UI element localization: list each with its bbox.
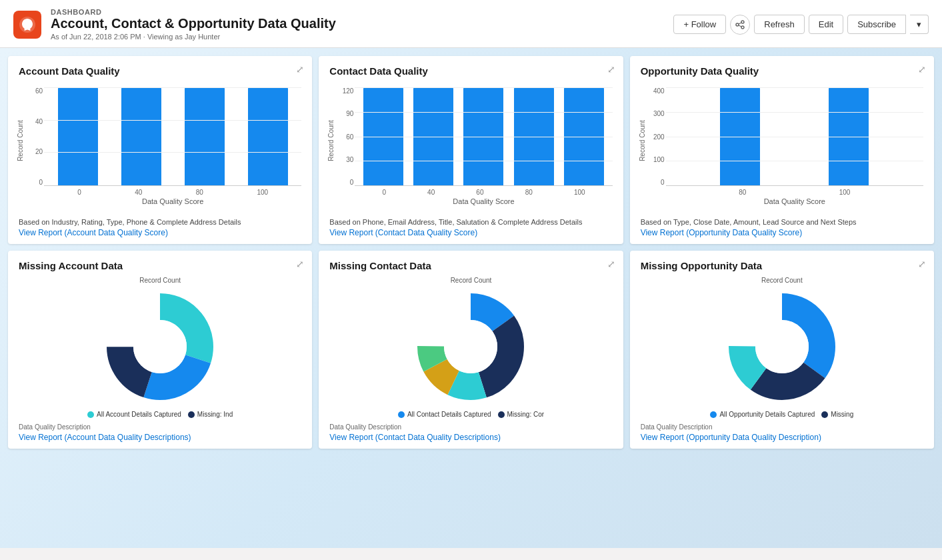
missing-contact-data-card: Missing Contact Data ⤢ Record Count All	[319, 251, 623, 449]
opp-y-ticks: 400 300 200 100 0	[641, 87, 665, 186]
header-subtitle: As of Jun 22, 2018 2:06 PM · Viewing as …	[51, 33, 336, 41]
account-chart-area	[44, 87, 301, 186]
account-dq-expand[interactable]: ⤢	[296, 64, 304, 75]
missing-account-donut-section: Record Count All Account Details Capture…	[19, 277, 301, 418]
missing-account-footer-label: Data Quality Description	[19, 423, 301, 431]
opp-dq-footer: Based on Type, Close Date, Amount, Lead …	[641, 218, 923, 226]
svg-point-1	[741, 21, 744, 23]
contact-chart-area	[355, 87, 612, 186]
missing-opportunity-data-card: Missing Opportunity Data ⤢ Record Count …	[630, 251, 934, 449]
account-x-ticks: 0 40 80 100	[44, 186, 301, 196]
legend-item: Missing: Cor	[498, 411, 545, 418]
missing-opportunity-donut-section: Record Count All Opportunity Details Cap…	[641, 277, 923, 418]
header-title-block: DASHBOARD Account, Contact & Opportunity…	[51, 8, 336, 41]
contact-dq-link[interactable]: View Report (Contact Data Quality Score)	[329, 228, 612, 237]
dashboard: Account Data Quality ⤢ Record Count 60 4…	[0, 48, 942, 548]
account-dq-title: Account Data Quality	[19, 65, 301, 77]
missing-opportunity-title: Missing Opportunity Data	[641, 260, 923, 271]
opportunity-dq-title: Opportunity Data Quality	[641, 65, 923, 77]
app-icon	[13, 11, 41, 39]
subscribe-button[interactable]: Subscribe	[847, 15, 906, 34]
account-dq-chart: Record Count 60 40 20 0	[19, 81, 301, 214]
opp-x-ticks: 80 100	[666, 186, 923, 196]
svg-line-5	[739, 25, 741, 27]
contact-dq-title: Contact Data Quality	[329, 65, 612, 77]
account-x-label: Data Quality Score	[44, 197, 301, 205]
header-left: DASHBOARD Account, Contact & Opportunity…	[13, 8, 336, 41]
follow-button[interactable]: + Follow	[673, 15, 726, 34]
account-dq-footer: Based on Industry, Rating, Type, Phone &…	[19, 218, 301, 226]
missing-account-title: Missing Account Data	[19, 260, 301, 271]
header-actions: + Follow Refresh Edit Subscribe ▾	[673, 15, 929, 35]
svg-point-9	[133, 320, 187, 373]
legend-item: All Opportunity Details Captured	[710, 411, 815, 418]
opp-dq-link[interactable]: View Report (Opportunity Data Quality Sc…	[641, 228, 923, 237]
missing-contact-footer-label: Data Quality Description	[329, 423, 612, 431]
opportunity-dq-expand[interactable]: ⤢	[918, 64, 926, 75]
edit-button[interactable]: Edit	[809, 15, 843, 34]
missing-contact-link[interactable]: View Report (Contact Data Quality Descri…	[329, 433, 612, 442]
contact-x-label: Data Quality Score	[355, 197, 612, 205]
dropdown-button[interactable]: ▾	[910, 15, 929, 34]
contact-data-quality-card: Contact Data Quality ⤢ Record Count 120 …	[319, 56, 623, 244]
svg-point-19	[755, 320, 809, 373]
share-icon-button[interactable]	[730, 15, 750, 35]
missing-account-data-card: Missing Account Data ⤢ Record Count All …	[8, 251, 312, 449]
svg-point-2	[736, 23, 739, 26]
header-label: DASHBOARD	[51, 8, 336, 16]
legend-item: All Account Details Captured	[87, 411, 181, 418]
opp-chart-area	[666, 87, 923, 186]
missing-account-expand[interactable]: ⤢	[296, 259, 304, 269]
account-dq-link[interactable]: View Report (Account Data Quality Score)	[19, 228, 301, 237]
contact-y-ticks: 120 90 60 30 0	[329, 87, 353, 186]
legend-item: Missing: Ind	[188, 411, 233, 418]
missing-contact-donut-section: Record Count All Contact Details Capture…	[329, 277, 612, 418]
svg-point-3	[741, 26, 744, 29]
missing-contact-expand[interactable]: ⤢	[607, 259, 615, 269]
header-title: Account, Contact & Opportunity Data Qual…	[51, 16, 336, 31]
dashboard-grid: Account Data Quality ⤢ Record Count 60 4…	[8, 56, 934, 449]
svg-point-15	[444, 320, 497, 373]
opp-x-label: Data Quality Score	[666, 197, 923, 205]
missing-opportunity-expand[interactable]: ⤢	[918, 259, 926, 269]
account-data-quality-card: Account Data Quality ⤢ Record Count 60 4…	[8, 56, 312, 244]
opportunity-dq-chart: Record Count 400 300 200 100 0	[641, 81, 923, 214]
opportunity-data-quality-card: Opportunity Data Quality ⤢ Record Count …	[630, 56, 934, 244]
missing-opportunity-footer-label: Data Quality Description	[641, 423, 923, 431]
missing-account-link[interactable]: View Report (Account Data Quality Descri…	[19, 433, 301, 442]
missing-opportunity-donut	[722, 287, 842, 407]
contact-dq-footer: Based on Phone, Email Address, Title, Sa…	[329, 218, 612, 226]
missing-account-donut-label: Record Count	[139, 277, 181, 284]
missing-contact-title: Missing Contact Data	[329, 260, 612, 271]
legend-item: Missing	[821, 411, 853, 418]
missing-account-legend: All Account Details Captured Missing: In…	[87, 411, 233, 418]
missing-contact-legend: All Contact Details Captured Missing: Co…	[398, 411, 544, 418]
missing-contact-donut-label: Record Count	[451, 277, 492, 284]
account-y-ticks: 60 40 20 0	[19, 87, 43, 186]
contact-dq-chart: Record Count 120 90 60 30 0	[329, 81, 612, 214]
missing-opportunity-donut-label: Record Count	[761, 277, 803, 284]
legend-item: All Contact Details Captured	[398, 411, 491, 418]
svg-line-4	[739, 23, 741, 24]
contact-dq-expand[interactable]: ⤢	[607, 64, 615, 75]
missing-contact-donut	[411, 287, 531, 407]
contact-x-ticks: 0 40 60 80 100	[355, 186, 612, 196]
missing-opportunity-legend: All Opportunity Details Captured Missing	[710, 411, 853, 418]
missing-opportunity-link[interactable]: View Report (Opportunity Data Quality De…	[641, 433, 923, 442]
header: DASHBOARD Account, Contact & Opportunity…	[0, 0, 942, 48]
missing-account-donut	[100, 287, 220, 407]
refresh-button[interactable]: Refresh	[754, 15, 805, 34]
